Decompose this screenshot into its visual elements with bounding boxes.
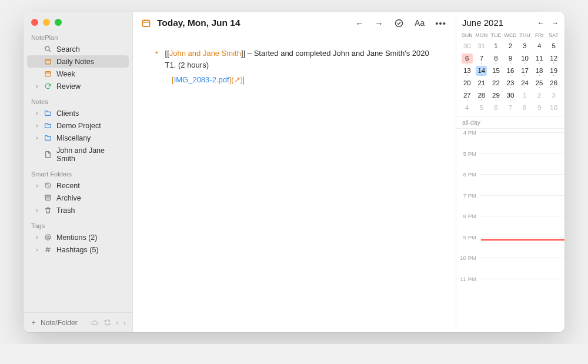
week-label: Week [56,70,121,78]
calendar-day-cell[interactable]: 10• [517,52,532,64]
calendar-panel: June 2021 ← → SUNMONTUEWEDTHUFRISAT 3031… [456,12,564,332]
sidebar-mentions[interactable]: › Mentions (2) [27,231,129,243]
attachment-line[interactable]: [IMG_2083-2.pdf](↗) [155,74,438,86]
sidebar-note-jj[interactable]: John and Jane Smith [27,144,129,165]
calendar-day-cell[interactable]: 15• [489,64,503,76]
calendar-day-cell[interactable]: 17• [517,64,532,76]
attachment-filename[interactable]: IMG_2083-2.pdf [174,75,229,84]
calendar-day-label: SAT [546,31,561,39]
calendar-day-cell[interactable]: 5 [475,101,489,113]
calendar-day-cell[interactable]: 3 [546,89,561,101]
timeline-hour-gridline [480,216,564,216]
calendar-day-cell[interactable]: 19• [546,64,561,76]
nav-back-button[interactable]: ← [355,18,364,28]
calendar-day-cell[interactable]: 28• [475,89,489,101]
chevron-right-icon: › [35,135,39,141]
at-icon [44,233,52,241]
link-open-bracket: [[ [165,49,169,58]
calendar-day-cell[interactable]: 2 [503,39,518,52]
recent-label: Recent [56,182,121,190]
todo-check-button[interactable] [394,18,404,28]
calendar-day-cell[interactable]: 20• [460,76,475,89]
sidebar-trash[interactable]: › Trash [27,204,129,216]
calendar-day-cell[interactable]: 9• [503,52,518,64]
sidebar-demo-project[interactable]: › Demo Project [27,119,129,132]
more-button[interactable]: ••• [435,18,446,28]
calendar-day-cell[interactable]: 14• [475,64,489,76]
nav-forward-button[interactable]: → [375,18,383,28]
sidebar-week[interactable]: Week [27,68,129,80]
minimize-window-button[interactable] [43,19,50,26]
bullet-text[interactable]: [[John and Jane Smith]] – Started and co… [165,48,438,71]
calendar-day-cell[interactable]: 26• [546,76,561,89]
calendar-day-cell[interactable]: 1 [517,89,532,101]
sidebar-daily-notes[interactable]: Daily Notes [27,55,129,68]
calendar-day-cell[interactable]: 8 [517,101,532,113]
prev-icon[interactable]: ‹ [116,318,118,327]
calendar-day-cell[interactable]: 30 [460,39,475,52]
calendar-day-cell[interactable]: 7 [503,101,518,113]
calendar-day-cell[interactable]: 5 [546,39,561,52]
calendar-day-cell[interactable]: 7• [475,52,489,64]
misc-label: Miscellany [56,134,121,142]
calendar-day-cell[interactable]: 4 [532,39,547,52]
calendar-day-cell[interactable]: 6•• [460,52,475,64]
sidebar-miscellany[interactable]: › Miscellany [27,132,129,144]
calendar-day-cell[interactable]: 31 [475,39,489,52]
editor-body[interactable]: • [[John and Jane Smith]] – Started and … [133,33,456,332]
calendar-prev-button[interactable]: ← [537,19,544,27]
calendar-day-cell[interactable]: 8• [489,52,503,64]
calendar-day-cell[interactable]: 13• [460,64,475,76]
new-note-folder-button[interactable]: ＋ Note/Folder [30,318,78,328]
timeline-hour-gridline [480,153,564,154]
calendar-day-cell[interactable]: 29• [489,89,503,101]
calendar-day-cell[interactable]: 16• [503,64,518,76]
calendar-day-cell[interactable]: 23• [503,76,518,89]
allday-row[interactable]: all-day [456,116,564,129]
sidebar-recent[interactable]: › Recent [27,179,129,192]
calendar-day-cell[interactable]: 3 [517,39,532,52]
calendar-day-cell[interactable]: 18• [532,64,547,76]
timeline[interactable]: 4 PM5 PM6 PM7 PM8 PM9 PM10 PM11 PM [456,129,564,332]
notes-section-title: Notes [24,96,132,107]
sidebar-archive[interactable]: Archive [27,192,129,204]
calendar-day-cell[interactable]: 6 [489,101,503,113]
note-title[interactable]: Today, Mon, Jun 14 [157,18,349,28]
bullet-item: • [[John and Jane Smith]] – Started and … [155,48,438,71]
format-button[interactable]: Aa [415,18,425,28]
sidebar-clients[interactable]: › Clients [27,107,129,119]
close-window-button[interactable] [31,19,38,26]
calendar-day-cell[interactable]: 12• [546,52,561,64]
calendar-day-cell[interactable]: 25• [532,76,547,89]
smart-section-title: Smart Folders [24,168,132,179]
calendar-next-button[interactable]: → [552,19,559,27]
calendar-day-cell[interactable]: 4 [460,101,475,113]
calendar-day-cell[interactable]: 21• [475,76,489,89]
folder-icon [44,109,52,117]
review-label: Review [56,82,121,91]
calendar-day-cell[interactable]: 22• [489,76,503,89]
calendar-day-cell[interactable]: 11• [532,52,547,64]
archive-icon [44,194,52,202]
calendar-day-cell[interactable]: 9 [532,101,547,113]
zoom-window-button[interactable] [55,19,62,26]
sync-icon[interactable] [103,319,111,326]
timeline-hour-row: 11 PM [456,279,564,300]
chevron-right-icon: › [35,246,39,253]
sidebar: NotePlan Search Daily Notes Week [24,12,133,332]
hashtag-icon [44,246,52,253]
sidebar-review[interactable]: › Review [27,80,129,92]
calendar-day-cell[interactable]: 10 [546,101,561,113]
calendar-day-cell[interactable]: 1 [489,39,503,52]
sidebar-search[interactable]: Search [27,43,129,55]
editor-header: Today, Mon, Jun 14 ← → Aa ••• [133,12,456,33]
calendar-day-cell[interactable]: 24• [517,76,532,89]
cloud-icon[interactable] [91,319,99,326]
calendar-day-cell[interactable]: 2 [532,89,547,101]
trash-label: Trash [56,206,121,215]
sidebar-hashtags[interactable]: › Hashtags (5) [27,243,129,256]
calendar-day-cell[interactable]: 27• [460,89,475,101]
next-icon[interactable]: › [123,318,126,327]
wiki-link[interactable]: John and Jane Smith [169,49,241,58]
calendar-day-cell[interactable]: 30• [503,89,518,101]
